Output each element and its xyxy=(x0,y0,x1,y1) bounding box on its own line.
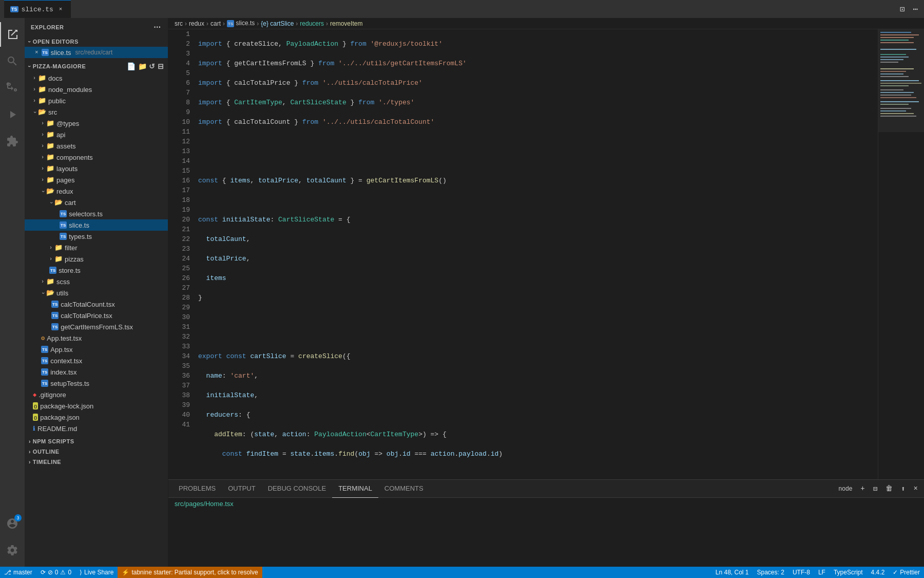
folder-docs[interactable]: › 📁 docs xyxy=(25,72,168,84)
folder-filter[interactable]: › 📁 filter xyxy=(25,242,168,253)
file-setup-tests[interactable]: TS setupTests.ts xyxy=(25,378,168,389)
layouts-icon: 📁 xyxy=(46,164,54,173)
tabs-container: TS slice.ts × xyxy=(4,0,71,18)
more-actions-icon[interactable]: ⋯ xyxy=(911,3,920,15)
tab-comments[interactable]: COMMENTS xyxy=(378,480,430,498)
code-content[interactable]: import { createSlice, PayloadAction } fr… xyxy=(194,29,878,479)
folder-public[interactable]: › 📁 public xyxy=(25,95,168,106)
eol-status[interactable]: LF xyxy=(814,567,830,578)
tab-terminal[interactable]: TERMINAL xyxy=(332,480,378,498)
bc-cart-slice[interactable]: {e} cartSlice xyxy=(261,20,294,27)
file-context[interactable]: TS context.tsx xyxy=(25,355,168,366)
folder-pizzas[interactable]: › 📁 pizzas xyxy=(25,253,168,265)
file-package-json[interactable]: {} package.json xyxy=(25,412,168,423)
close-panel-icon[interactable]: × xyxy=(912,483,920,494)
code-editor[interactable]: 12345 678910 1112131415 1617181920 21222… xyxy=(168,29,878,479)
folder-src[interactable]: › 📂 src xyxy=(25,106,168,118)
file-gitignore[interactable]: ◆ .gitignore xyxy=(25,389,168,400)
file-calc-total-price[interactable]: TS calcTotalPrice.tsx xyxy=(25,310,168,321)
kill-terminal-icon[interactable]: 🗑 xyxy=(883,483,895,494)
bc-redux[interactable]: redux xyxy=(189,20,204,27)
file-index-tsx[interactable]: TS index.tsx xyxy=(25,366,168,378)
scss-label: scss xyxy=(56,278,70,286)
activity-source-control[interactable] xyxy=(0,76,25,100)
ln-col-status[interactable]: Ln 48, Col 1 xyxy=(711,567,753,578)
activity-run-debug[interactable] xyxy=(0,102,25,127)
errors-icon: ⊘ xyxy=(48,569,53,576)
tab-output[interactable]: OUTPUT xyxy=(222,480,261,498)
npm-scripts-section[interactable]: › NPM SCRIPTS xyxy=(25,436,168,446)
refresh-icon[interactable]: ↺ xyxy=(149,62,156,70)
folder-components[interactable]: › 📁 components xyxy=(25,152,168,163)
file-get-cart-items[interactable]: TS getCartItemsFromLS.tsx xyxy=(25,321,168,332)
bc-reducers[interactable]: reducers xyxy=(300,20,324,27)
file-app-test[interactable]: ⚙ App.test.tsx xyxy=(25,332,168,344)
folder-types[interactable]: › 📁 @types xyxy=(25,118,168,129)
liveshare-icon: ⟩ xyxy=(80,569,82,576)
bc-file[interactable]: TS slice.ts xyxy=(227,20,255,28)
utils-chevron: › xyxy=(40,291,46,294)
file-calc-total-count[interactable]: TS calcTotalCount.tsx xyxy=(25,299,168,310)
activity-accounts[interactable]: 3 xyxy=(0,511,25,536)
folder-scss[interactable]: › 📁 scss xyxy=(25,276,168,287)
spaces-status[interactable]: Spaces: 2 xyxy=(753,567,788,578)
activity-settings[interactable] xyxy=(0,538,25,563)
timeline-section[interactable]: › TIMELINE xyxy=(25,457,168,467)
activity-extensions[interactable] xyxy=(0,129,25,154)
bc-cart[interactable]: cart xyxy=(210,20,221,27)
slice-ts-icon: TS xyxy=(60,221,67,229)
version-status[interactable]: 4.4.2 xyxy=(867,567,889,578)
folder-cart[interactable]: › 📂 cart xyxy=(25,197,168,208)
open-editors-section[interactable]: › OPEN EDITORS xyxy=(25,36,168,47)
sync-status[interactable]: ⟳ ⊘ 0 ⚠ 0 xyxy=(36,567,75,578)
new-file-icon[interactable]: 📄 xyxy=(127,62,136,70)
ts-icon: TS xyxy=(42,49,49,56)
file-slice-ts[interactable]: TS slice.ts xyxy=(25,219,168,231)
file-store-ts[interactable]: TS store.ts xyxy=(25,265,168,276)
file-selectors-ts[interactable]: TS selectors.ts xyxy=(25,208,168,219)
split-terminal-icon[interactable]: ⊟ xyxy=(871,483,879,494)
git-branch-status[interactable]: ⎇ master xyxy=(0,567,36,578)
cart-label: cart xyxy=(65,199,76,207)
prettier-status[interactable]: ✓ Prettier xyxy=(889,567,924,578)
tab-problems[interactable]: PROBLEMS xyxy=(172,480,222,498)
collapse-all-icon[interactable]: ⊟ xyxy=(158,62,164,70)
add-terminal-icon[interactable]: + xyxy=(858,483,867,494)
close-editor-icon[interactable]: × xyxy=(35,49,38,55)
file-app-tsx[interactable]: TS App.tsx xyxy=(25,344,168,355)
split-editor-icon[interactable]: ⊡ xyxy=(898,3,907,15)
activity-explorer[interactable] xyxy=(0,22,25,47)
tabnine-status[interactable]: ⚡ tabnine starter: Partial support, clic… xyxy=(118,567,262,578)
file-package-lock[interactable]: {} package-lock.json xyxy=(25,400,168,412)
encoding-status[interactable]: UTF-8 xyxy=(788,567,814,578)
file-readme[interactable]: ℹ README.md xyxy=(25,423,168,434)
file-types-ts[interactable]: TS types.ts xyxy=(25,231,168,242)
folder-redux[interactable]: › 📂 redux xyxy=(25,185,168,197)
new-folder-icon[interactable]: 📁 xyxy=(138,62,147,70)
active-tab[interactable]: TS slice.ts × xyxy=(4,0,71,18)
prettier-label: Prettier xyxy=(900,569,920,576)
folder-node-modules[interactable]: › 📁 node_modules xyxy=(25,84,168,95)
panel-content[interactable]: src/pages/Home.tsx xyxy=(168,498,924,567)
folder-pages[interactable]: › 📁 pages xyxy=(25,174,168,185)
liveshare-status[interactable]: ⟩ Live Share xyxy=(75,567,118,578)
more-sidebar-icon[interactable]: ⋯ xyxy=(152,22,162,32)
api-label: api xyxy=(56,131,65,139)
open-editor-slice-ts[interactable]: × TS slice.ts src/redux/cart xyxy=(25,47,168,58)
folder-api[interactable]: › 📁 api xyxy=(25,129,168,140)
maximize-panel-icon[interactable]: ⬆ xyxy=(899,483,907,494)
tabnine-label: tabnine starter: Partial support, click … xyxy=(131,569,258,576)
tab-debug-console[interactable]: DEBUG CONSOLE xyxy=(262,480,332,498)
open-editors-chevron: › xyxy=(27,41,32,43)
outline-section[interactable]: › OUTLINE xyxy=(25,446,168,457)
folder-utils[interactable]: › 📂 utils xyxy=(25,287,168,299)
bc-src[interactable]: src xyxy=(175,20,183,27)
folder-layouts[interactable]: › 📁 layouts xyxy=(25,163,168,174)
language-status[interactable]: TypeScript xyxy=(830,567,867,578)
activity-search[interactable] xyxy=(0,49,25,73)
calc-count-icon: TS xyxy=(51,301,59,308)
folder-assets[interactable]: › 📁 assets xyxy=(25,140,168,152)
bc-remove-item[interactable]: removeItem xyxy=(330,20,362,27)
project-section[interactable]: › PIZZA-MAGGIORE 📄 📁 ↺ ⊟ xyxy=(25,60,168,72)
tab-close-button[interactable]: × xyxy=(56,5,65,13)
